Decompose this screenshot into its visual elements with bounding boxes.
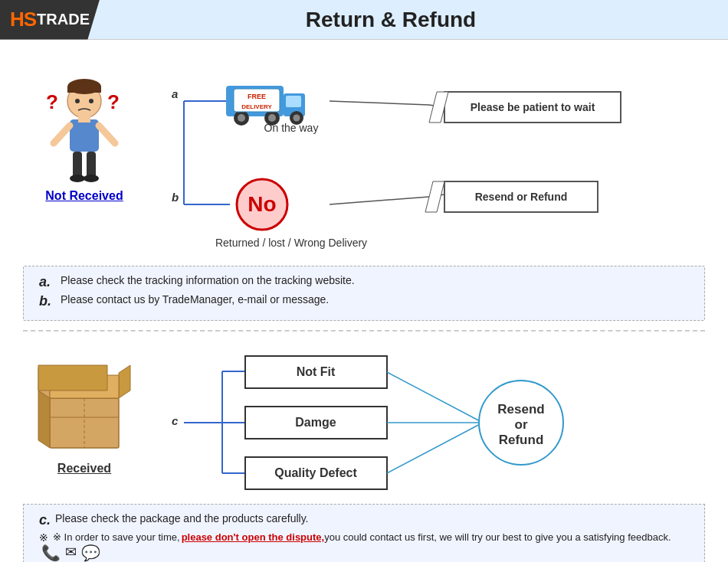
- svg-rect-11: [87, 152, 96, 178]
- main-content: ? ?: [0, 40, 728, 562]
- svg-text:Returned / lost / Wrong Delive: Returned / lost / Wrong Delivery: [215, 237, 367, 249]
- svg-line-67: [387, 372, 483, 423]
- svg-text:or: or: [515, 417, 528, 432]
- svg-text:b: b: [172, 191, 179, 204]
- note-x-suffix: you could contact us first, we will try …: [324, 531, 671, 543]
- svg-line-21: [330, 101, 429, 105]
- svg-text:Refund: Refund: [499, 433, 544, 447]
- section-divider: [23, 330, 705, 332]
- svg-text:FREE: FREE: [248, 93, 266, 100]
- person-area: ? ?: [23, 78, 146, 203]
- no-circle: No: [234, 176, 291, 237]
- section-not-received: ? ?: [23, 55, 705, 262]
- svg-text:Quality Defect: Quality Defect: [274, 466, 357, 479]
- diagram-not-received: a b On the way Please be patient to wait: [161, 63, 705, 262]
- svg-rect-7: [70, 119, 99, 152]
- note-x-red: please don't open the dispute,: [182, 531, 325, 543]
- svg-point-5: [75, 99, 80, 103]
- note-b-label: b.: [39, 293, 56, 309]
- truck-icon: FREE DELIVERY: [222, 70, 310, 131]
- note-c-label: c.: [39, 512, 51, 528]
- chat-icon: 💬: [81, 544, 100, 562]
- svg-point-36: [238, 114, 245, 122]
- svg-text:?: ?: [107, 90, 120, 113]
- svg-point-40: [293, 115, 300, 122]
- header: HS TRADE Return & Refund: [0, 0, 728, 40]
- diagram-received: c Not Fit Damge Quality Defect: [161, 348, 705, 498]
- svg-text:Damge: Damge: [295, 416, 336, 429]
- note-a-line: a. Please check the tracking information…: [39, 274, 689, 290]
- note-c-line: c. Please check the package and the prod…: [39, 512, 689, 528]
- svg-text:Please be patient to wait: Please be patient to wait: [471, 101, 595, 113]
- logo-hs: HS: [10, 8, 36, 31]
- note-b-line: b. Please contact us by TradeManager, e-…: [39, 293, 689, 309]
- svg-text:a: a: [172, 87, 178, 100]
- note-a-label: a.: [39, 274, 56, 290]
- notes-section-1: a. Please check the tracking information…: [23, 266, 705, 321]
- note-b-text: Please contact us by TradeManager, e-mai…: [61, 293, 329, 306]
- logo-trade: TRADE: [37, 11, 90, 28]
- svg-point-38: [268, 114, 276, 122]
- svg-rect-34: [286, 96, 301, 107]
- svg-rect-4: [67, 87, 101, 93]
- not-received-label: Not Received: [45, 189, 123, 203]
- box-icon: [34, 348, 134, 456]
- svg-text:Not Fit: Not Fit: [297, 365, 336, 378]
- svg-rect-10: [73, 152, 82, 178]
- svg-text:DELIVERY: DELIVERY: [241, 103, 272, 110]
- svg-text:Resend: Resend: [497, 402, 544, 417]
- note-x-symbol: ※: [39, 531, 48, 544]
- svg-point-6: [89, 99, 93, 103]
- svg-text:Resend or Refund: Resend or Refund: [475, 191, 568, 203]
- section-received: Received c Not Fit Dam: [23, 341, 705, 498]
- logo-box: HS TRADE: [0, 0, 100, 40]
- svg-rect-14: [78, 116, 90, 123]
- note-c-text: Please check the package and the product…: [55, 512, 309, 524]
- note-a-text: Please check the tracking information on…: [61, 274, 355, 286]
- svg-line-23: [330, 197, 429, 204]
- svg-text:No: No: [248, 192, 276, 216]
- svg-point-13: [84, 175, 99, 182]
- diagram-svg-2: c Not Fit Damge Quality Defect: [161, 348, 705, 498]
- svg-line-8: [54, 126, 70, 143]
- svg-marker-50: [119, 365, 130, 398]
- svg-line-69: [387, 423, 483, 473]
- note-x-line: ※ ※ In order to save your time, please d…: [39, 531, 689, 562]
- phone-icon: 📞: [41, 544, 61, 562]
- person-icon: ? ?: [42, 78, 126, 185]
- svg-marker-47: [38, 390, 50, 448]
- svg-line-9: [99, 126, 115, 143]
- received-label: Received: [57, 462, 111, 475]
- note-x-prefix: ※ In order to save your time,: [53, 531, 180, 543]
- page-title: Return & Refund: [100, 8, 728, 32]
- svg-marker-52: [38, 365, 107, 390]
- svg-text:?: ?: [46, 90, 58, 113]
- box-area: Received: [23, 348, 146, 475]
- mail-icon: ✉: [65, 544, 77, 560]
- svg-point-12: [70, 175, 85, 182]
- svg-text:c: c: [172, 414, 179, 427]
- bottom-notes: c. Please check the package and the prod…: [23, 504, 705, 562]
